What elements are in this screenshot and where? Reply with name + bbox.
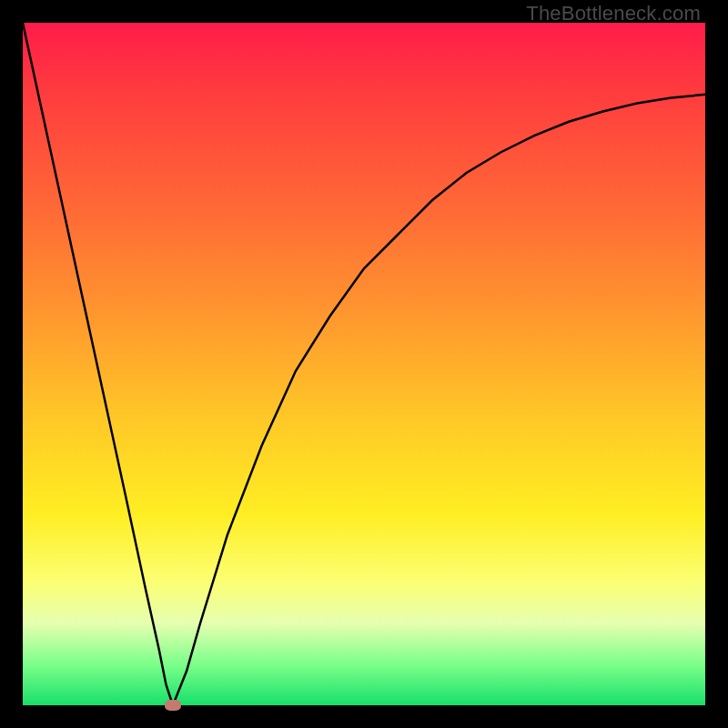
bottleneck-curve bbox=[23, 23, 705, 705]
optimal-point-marker bbox=[165, 700, 181, 711]
chart-area bbox=[23, 23, 705, 705]
